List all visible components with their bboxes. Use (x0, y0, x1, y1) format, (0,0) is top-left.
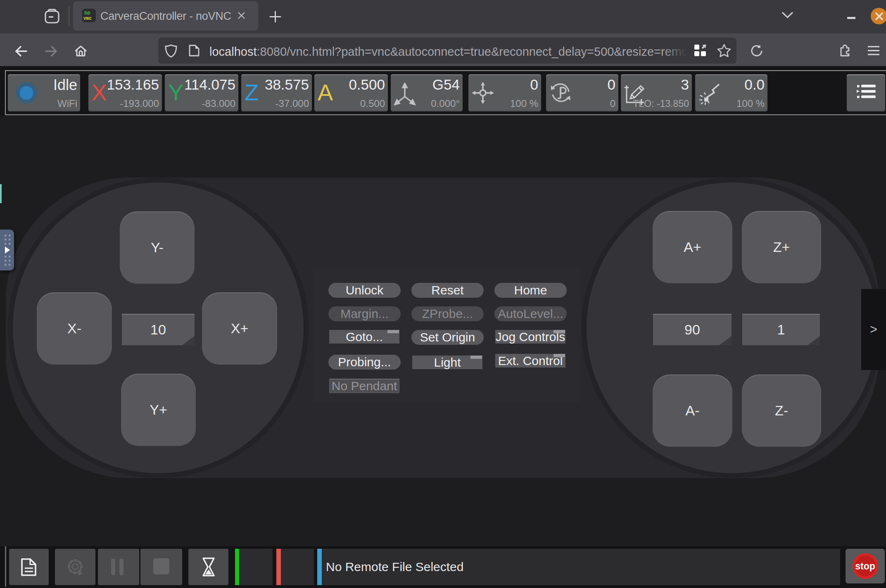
svg-text:VNC: VNC (83, 16, 92, 21)
svg-text:no: no (84, 10, 90, 16)
